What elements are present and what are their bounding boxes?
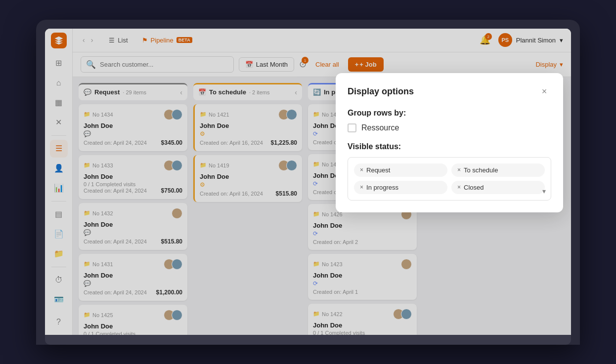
display-options-panel: Display options × Group rows by: Ressour… [336,73,563,212]
remove-to-schedule-tag[interactable]: × [457,167,461,173]
modal-overlay: Display options × Group rows by: Ressour… [73,29,571,335]
main-content: ‹ › ☰ List ⚑ Pipeline BETA [73,29,571,335]
remove-in-progress-tag[interactable]: × [360,184,363,190]
remove-request-tag[interactable]: × [360,167,363,173]
status-tag-closed: × Closed [451,181,545,194]
status-tag-in-progress: × In progress [354,181,447,194]
resource-checkbox[interactable] [348,123,356,132]
remove-closed-tag[interactable]: × [457,184,461,190]
status-tag-request: × Request [354,163,447,177]
status-tag-label-to-schedule: To schedule [464,166,498,174]
status-tag-label-closed: Closed [464,184,484,191]
modal-header: Display options × [348,85,551,99]
visible-status-label: Visible status: [348,142,551,151]
resource-label: Ressource [361,123,399,132]
group-rows-label: Group rows by: [348,109,551,118]
status-tag-label-in-progress: In progress [366,184,398,191]
modal-title: Display options [348,86,414,97]
status-tag-label-request: Request [366,166,390,174]
resource-checkbox-row: Ressource [348,123,551,132]
status-dropdown-icon[interactable]: ▾ [542,187,546,195]
modal-close-button[interactable]: × [537,85,551,99]
status-tag-to-schedule: × To schedule [451,163,545,177]
status-tags-container: × Request × To schedule × In progress [348,157,551,201]
